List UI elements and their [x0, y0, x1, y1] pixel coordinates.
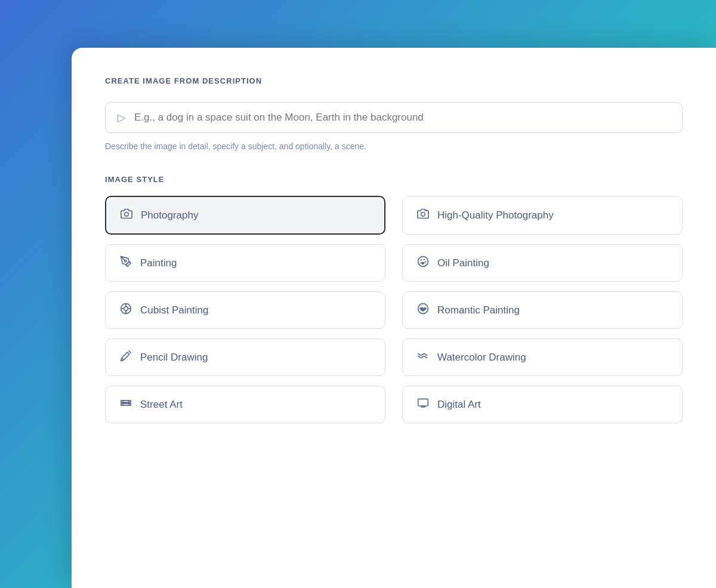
watercolor-icon — [417, 350, 429, 365]
svg-point-10 — [124, 307, 128, 311]
style-btn-street-art[interactable]: Street Art — [105, 386, 385, 423]
style-btn-romantic-painting[interactable]: Romantic Painting — [402, 291, 683, 329]
style-btn-photography[interactable]: Photography — [105, 196, 385, 235]
style-label-cubist-painting: Cubist Painting — [140, 304, 208, 316]
style-btn-painting[interactable]: Painting — [105, 244, 385, 282]
brush-icon — [120, 255, 132, 270]
pencil-icon — [120, 350, 132, 365]
style-grid: Photography High-Quality Photography — [105, 196, 683, 423]
svg-point-3 — [125, 260, 126, 262]
cubist-icon — [120, 303, 132, 318]
camera-icon — [121, 208, 132, 223]
svg-point-4 — [418, 257, 428, 267]
svg-point-1 — [421, 213, 425, 217]
svg-point-0 — [125, 213, 129, 217]
svg-line-16 — [129, 351, 131, 353]
svg-line-17 — [122, 358, 124, 360]
style-label-painting: Painting — [140, 257, 177, 269]
street-art-icon — [120, 397, 132, 412]
style-label-watercolor-drawing: Watercolor Drawing — [437, 352, 526, 364]
style-btn-pencil-drawing[interactable]: Pencil Drawing — [105, 338, 385, 376]
style-btn-digital-art[interactable]: Digital Art — [402, 386, 683, 423]
heart-icon — [417, 303, 429, 318]
hint-text: Describe the image in detail, specify a … — [105, 141, 683, 151]
style-btn-cubist-painting[interactable]: Cubist Painting — [105, 291, 385, 329]
svg-rect-22 — [418, 399, 428, 406]
page-title: CREATE IMAGE FROM DESCRIPTION — [105, 76, 683, 85]
style-btn-watercolor-drawing[interactable]: Watercolor Drawing — [402, 338, 683, 376]
style-label-hq-photography: High-Quality Photography — [437, 210, 554, 221]
palette-icon — [417, 255, 429, 270]
svg-point-6 — [423, 258, 425, 260]
style-label-romantic-painting: Romantic Painting — [437, 304, 520, 316]
search-box[interactable]: ▷ — [105, 102, 683, 133]
digital-art-icon — [417, 397, 429, 412]
prompt-icon: ▷ — [118, 111, 126, 124]
style-section-label: IMAGE STYLE — [105, 175, 683, 184]
style-label-pencil-drawing: Pencil Drawing — [140, 352, 208, 364]
style-label-oil-painting: Oil Painting — [437, 257, 489, 269]
style-label-digital-art: Digital Art — [437, 399, 481, 411]
description-input[interactable] — [134, 112, 670, 124]
style-label-photography: Photography — [141, 210, 198, 221]
hq-camera-icon — [417, 208, 429, 223]
style-label-street-art: Street Art — [140, 399, 183, 411]
style-btn-oil-painting[interactable]: Oil Painting — [402, 244, 683, 282]
main-card: CREATE IMAGE FROM DESCRIPTION ▷ Describe… — [72, 48, 716, 588]
svg-point-5 — [420, 259, 422, 261]
svg-point-7 — [425, 261, 427, 263]
style-btn-hq-photography[interactable]: High-Quality Photography — [402, 196, 683, 235]
